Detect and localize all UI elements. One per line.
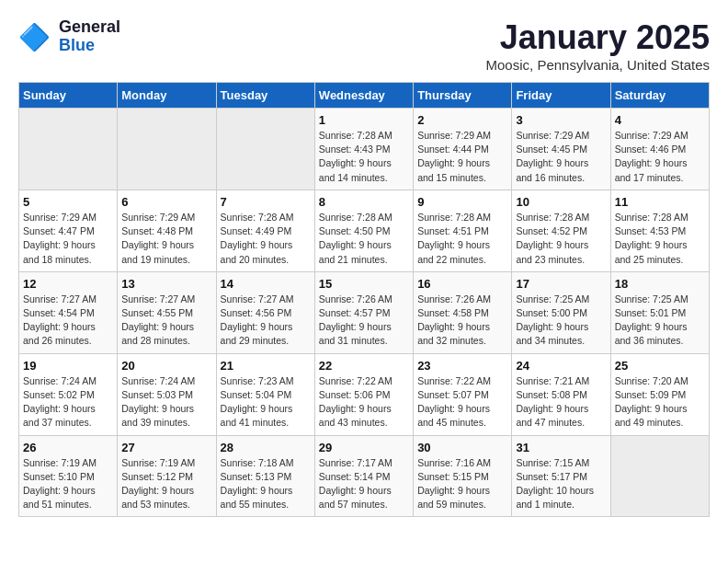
calendar-cell: 24Sunrise: 7:21 AM Sunset: 5:08 PM Dayli… — [512, 353, 610, 435]
calendar-cell: 30Sunrise: 7:16 AM Sunset: 5:15 PM Dayli… — [414, 435, 512, 517]
calendar-cell: 31Sunrise: 7:15 AM Sunset: 5:17 PM Dayli… — [512, 435, 610, 517]
calendar-cell — [610, 435, 709, 517]
calendar-cell — [19, 109, 118, 190]
day-number: 15 — [319, 277, 409, 291]
calendar-week-row: 12Sunrise: 7:27 AM Sunset: 4:54 PM Dayli… — [19, 271, 710, 353]
day-info: Sunrise: 7:28 AM Sunset: 4:50 PM Dayligh… — [319, 211, 409, 267]
page-header: 🔷 General Blue January 2025 Moosic, Penn… — [18, 18, 710, 73]
day-info: Sunrise: 7:15 AM Sunset: 5:17 PM Dayligh… — [516, 456, 606, 512]
calendar-cell — [216, 109, 314, 190]
weekday-header: Friday — [512, 83, 610, 109]
day-info: Sunrise: 7:25 AM Sunset: 5:00 PM Dayligh… — [516, 293, 606, 349]
day-info: Sunrise: 7:29 AM Sunset: 4:44 PM Dayligh… — [417, 129, 507, 185]
calendar-cell: 21Sunrise: 7:23 AM Sunset: 5:04 PM Dayli… — [216, 353, 314, 435]
day-number: 22 — [319, 359, 409, 373]
calendar-cell: 6Sunrise: 7:29 AM Sunset: 4:48 PM Daylig… — [118, 190, 216, 271]
weekday-header: Saturday — [610, 83, 709, 109]
day-number: 29 — [319, 441, 409, 454]
day-info: Sunrise: 7:23 AM Sunset: 5:04 PM Dayligh… — [221, 374, 311, 431]
location: Moosic, Pennsylvania, United States — [486, 57, 710, 73]
day-number: 4 — [615, 113, 705, 127]
day-number: 27 — [121, 441, 211, 454]
day-number: 19 — [23, 359, 113, 373]
logo: 🔷 General Blue — [18, 18, 120, 55]
day-number: 28 — [221, 441, 311, 454]
weekday-header: Tuesday — [216, 83, 314, 109]
calendar-cell: 3Sunrise: 7:29 AM Sunset: 4:45 PM Daylig… — [512, 109, 610, 190]
day-number: 7 — [221, 195, 311, 209]
calendar-cell: 7Sunrise: 7:28 AM Sunset: 4:49 PM Daylig… — [216, 190, 314, 271]
calendar-cell: 26Sunrise: 7:19 AM Sunset: 5:10 PM Dayli… — [19, 435, 118, 517]
calendar-cell — [118, 109, 216, 190]
day-number: 16 — [417, 277, 507, 291]
day-number: 3 — [516, 113, 606, 127]
day-number: 24 — [516, 359, 606, 373]
day-info: Sunrise: 7:24 AM Sunset: 5:03 PM Dayligh… — [121, 374, 211, 431]
calendar-week-row: 19Sunrise: 7:24 AM Sunset: 5:02 PM Dayli… — [19, 353, 710, 435]
calendar-cell: 5Sunrise: 7:29 AM Sunset: 4:47 PM Daylig… — [19, 190, 118, 271]
calendar-cell: 28Sunrise: 7:18 AM Sunset: 5:13 PM Dayli… — [216, 435, 314, 517]
day-number: 13 — [121, 277, 211, 291]
calendar-cell: 25Sunrise: 7:20 AM Sunset: 5:09 PM Dayli… — [610, 353, 709, 435]
calendar-cell: 27Sunrise: 7:19 AM Sunset: 5:12 PM Dayli… — [118, 435, 216, 517]
calendar-cell: 29Sunrise: 7:17 AM Sunset: 5:14 PM Dayli… — [314, 435, 413, 517]
day-info: Sunrise: 7:28 AM Sunset: 4:49 PM Dayligh… — [221, 211, 311, 267]
calendar-cell: 9Sunrise: 7:28 AM Sunset: 4:51 PM Daylig… — [414, 190, 512, 271]
day-info: Sunrise: 7:22 AM Sunset: 5:07 PM Dayligh… — [417, 374, 507, 431]
day-info: Sunrise: 7:25 AM Sunset: 5:01 PM Dayligh… — [615, 293, 705, 349]
weekday-header: Monday — [118, 83, 216, 109]
day-number: 17 — [516, 277, 606, 291]
calendar-cell: 15Sunrise: 7:26 AM Sunset: 4:57 PM Dayli… — [314, 271, 413, 353]
calendar-cell: 14Sunrise: 7:27 AM Sunset: 4:56 PM Dayli… — [216, 271, 314, 353]
day-info: Sunrise: 7:16 AM Sunset: 5:15 PM Dayligh… — [417, 456, 507, 512]
calendar-cell: 19Sunrise: 7:24 AM Sunset: 5:02 PM Dayli… — [19, 353, 118, 435]
day-info: Sunrise: 7:28 AM Sunset: 4:43 PM Dayligh… — [319, 129, 409, 185]
day-number: 8 — [319, 195, 409, 209]
calendar-cell: 23Sunrise: 7:22 AM Sunset: 5:07 PM Dayli… — [414, 353, 512, 435]
day-info: Sunrise: 7:28 AM Sunset: 4:52 PM Dayligh… — [516, 211, 606, 267]
day-number: 31 — [516, 441, 606, 454]
calendar-cell: 13Sunrise: 7:27 AM Sunset: 4:55 PM Dayli… — [118, 271, 216, 353]
calendar-cell: 11Sunrise: 7:28 AM Sunset: 4:53 PM Dayli… — [610, 190, 709, 271]
svg-text:🔷: 🔷 — [18, 22, 51, 52]
day-info: Sunrise: 7:17 AM Sunset: 5:14 PM Dayligh… — [319, 456, 409, 512]
day-number: 23 — [417, 359, 507, 373]
day-info: Sunrise: 7:29 AM Sunset: 4:47 PM Dayligh… — [23, 211, 113, 267]
calendar-cell: 17Sunrise: 7:25 AM Sunset: 5:00 PM Dayli… — [512, 271, 610, 353]
day-info: Sunrise: 7:22 AM Sunset: 5:06 PM Dayligh… — [319, 374, 409, 431]
calendar-week-row: 5Sunrise: 7:29 AM Sunset: 4:47 PM Daylig… — [19, 190, 710, 271]
calendar-cell: 12Sunrise: 7:27 AM Sunset: 4:54 PM Dayli… — [19, 271, 118, 353]
logo-bird-icon: 🔷 — [18, 18, 55, 55]
day-info: Sunrise: 7:26 AM Sunset: 4:57 PM Dayligh… — [319, 293, 409, 349]
calendar-cell: 4Sunrise: 7:29 AM Sunset: 4:46 PM Daylig… — [610, 109, 709, 190]
day-number: 6 — [121, 195, 211, 209]
day-info: Sunrise: 7:29 AM Sunset: 4:46 PM Dayligh… — [615, 129, 705, 185]
day-info: Sunrise: 7:28 AM Sunset: 4:51 PM Dayligh… — [417, 211, 507, 267]
day-number: 18 — [615, 277, 705, 291]
day-info: Sunrise: 7:19 AM Sunset: 5:12 PM Dayligh… — [121, 456, 211, 512]
day-number: 14 — [221, 277, 311, 291]
day-info: Sunrise: 7:18 AM Sunset: 5:13 PM Dayligh… — [221, 456, 311, 512]
day-info: Sunrise: 7:29 AM Sunset: 4:48 PM Dayligh… — [121, 211, 211, 267]
day-info: Sunrise: 7:27 AM Sunset: 4:56 PM Dayligh… — [221, 293, 311, 349]
day-info: Sunrise: 7:27 AM Sunset: 4:55 PM Dayligh… — [121, 293, 211, 349]
day-number: 21 — [221, 359, 311, 373]
day-number: 30 — [417, 441, 507, 454]
day-number: 12 — [23, 277, 113, 291]
calendar-cell: 10Sunrise: 7:28 AM Sunset: 4:52 PM Dayli… — [512, 190, 610, 271]
calendar-cell: 8Sunrise: 7:28 AM Sunset: 4:50 PM Daylig… — [314, 190, 413, 271]
day-number: 5 — [23, 195, 113, 209]
calendar-week-row: 1Sunrise: 7:28 AM Sunset: 4:43 PM Daylig… — [19, 109, 710, 190]
weekday-header: Wednesday — [314, 83, 413, 109]
day-info: Sunrise: 7:26 AM Sunset: 4:58 PM Dayligh… — [417, 293, 507, 349]
title-area: January 2025 Moosic, Pennsylvania, Unite… — [486, 18, 710, 73]
day-info: Sunrise: 7:27 AM Sunset: 4:54 PM Dayligh… — [23, 293, 113, 349]
day-number: 20 — [121, 359, 211, 373]
calendar-week-row: 26Sunrise: 7:19 AM Sunset: 5:10 PM Dayli… — [19, 435, 710, 517]
day-number: 10 — [516, 195, 606, 209]
calendar-cell: 2Sunrise: 7:29 AM Sunset: 4:44 PM Daylig… — [414, 109, 512, 190]
day-number: 9 — [417, 195, 507, 209]
day-number: 1 — [319, 113, 409, 127]
day-info: Sunrise: 7:19 AM Sunset: 5:10 PM Dayligh… — [23, 456, 113, 512]
calendar-cell: 1Sunrise: 7:28 AM Sunset: 4:43 PM Daylig… — [314, 109, 413, 190]
